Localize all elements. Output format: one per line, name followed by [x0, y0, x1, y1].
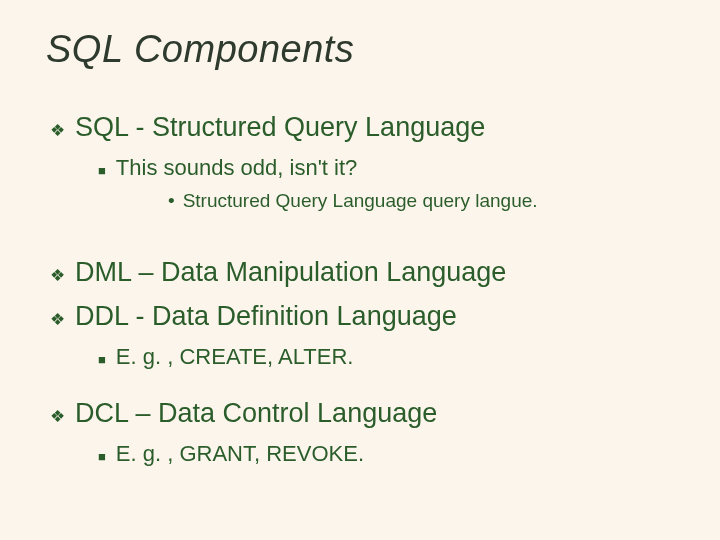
list-item: ❖ DCL – Data Control Language [50, 397, 674, 431]
dot-bullet-icon: • [168, 191, 175, 211]
list-item-text: SQL - Structured Query Language [75, 111, 485, 143]
list-item-text: E. g. , GRANT, REVOKE. [116, 441, 364, 467]
list-item: ■ This sounds odd, isn't it? [98, 155, 674, 182]
list-item: ❖ SQL - Structured Query Language [50, 111, 674, 145]
list-item: • Structured Query Language query langue… [168, 190, 674, 212]
square-bullet-icon: ■ [98, 446, 106, 468]
list-item-text: E. g. , CREATE, ALTER. [116, 344, 354, 370]
list-item-text: DCL – Data Control Language [75, 397, 437, 429]
spacer [46, 377, 674, 387]
diamond-bullet-icon: ❖ [50, 262, 65, 290]
diamond-bullet-icon: ❖ [50, 403, 65, 431]
slide: SQL Components ❖ SQL - Structured Query … [0, 0, 720, 540]
list-item: ■ E. g. , GRANT, REVOKE. [98, 441, 674, 468]
spacer [46, 228, 674, 246]
list-item: ■ E. g. , CREATE, ALTER. [98, 344, 674, 371]
diamond-bullet-icon: ❖ [50, 306, 65, 334]
list-item-text: DDL - Data Definition Language [75, 300, 457, 332]
list-item-text: Structured Query Language query langue. [183, 190, 538, 212]
list-item: ❖ DML – Data Manipulation Language [50, 256, 674, 290]
list-item-text: This sounds odd, isn't it? [116, 155, 357, 181]
diamond-bullet-icon: ❖ [50, 117, 65, 145]
slide-title: SQL Components [46, 28, 674, 71]
square-bullet-icon: ■ [98, 160, 106, 182]
list-item: ❖ DDL - Data Definition Language [50, 300, 674, 334]
square-bullet-icon: ■ [98, 349, 106, 371]
list-item-text: DML – Data Manipulation Language [75, 256, 506, 288]
